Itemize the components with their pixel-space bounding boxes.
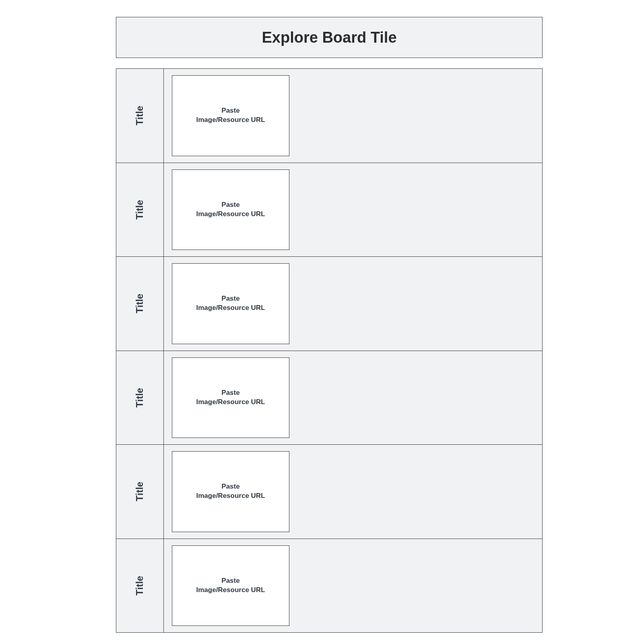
placeholder-text: Paste Image/Resource URL [196,294,265,313]
row-content-cell: Paste Image/Resource URL [164,257,542,351]
row-title-label: Title [134,576,146,595]
board-row: Title Paste Image/Resource URL [116,257,542,351]
row-title-cell[interactable]: Title [116,163,164,257]
row-title-label: Title [134,388,146,407]
header-box: Explore Board Tile [116,17,543,58]
row-title-cell[interactable]: Title [116,257,164,351]
row-content-cell: Paste Image/Resource URL [164,445,542,539]
row-content-cell: Paste Image/Resource URL [164,69,542,163]
row-content-cell: Paste Image/Resource URL [164,163,542,257]
placeholder-text: Paste Image/Resource URL [196,482,265,501]
image-url-placeholder[interactable]: Paste Image/Resource URL [172,545,289,626]
board-row: Title Paste Image/Resource URL [116,445,542,539]
row-title-label: Title [134,294,146,314]
row-content-cell: Paste Image/Resource URL [164,351,542,445]
row-title-cell[interactable]: Title [116,445,164,539]
board-row: Title Paste Image/Resource URL [116,69,542,163]
row-content-cell: Paste Image/Resource URL [164,539,542,633]
placeholder-text: Paste Image/Resource URL [196,106,265,125]
image-url-placeholder[interactable]: Paste Image/Resource URL [172,75,289,156]
board-row: Title Paste Image/Resource URL [116,539,542,633]
placeholder-text: Paste Image/Resource URL [196,576,265,595]
row-title-label: Title [134,482,146,502]
image-url-placeholder[interactable]: Paste Image/Resource URL [172,451,289,532]
placeholder-text: Paste Image/Resource URL [196,200,265,219]
row-title-cell[interactable]: Title [116,539,164,633]
page-title: Explore Board Tile [262,29,396,46]
image-url-placeholder[interactable]: Paste Image/Resource URL [172,169,289,250]
row-title-label: Title [134,106,146,126]
row-title-cell[interactable]: Title [116,351,164,445]
board-row: Title Paste Image/Resource URL [116,351,542,445]
row-title-cell[interactable]: Title [116,69,164,163]
board-row: Title Paste Image/Resource URL [116,163,542,257]
image-url-placeholder[interactable]: Paste Image/Resource URL [172,357,289,438]
placeholder-text: Paste Image/Resource URL [196,388,265,407]
image-url-placeholder[interactable]: Paste Image/Resource URL [172,263,289,344]
board-grid: Title Paste Image/Resource URL Title Pas… [116,68,543,633]
row-title-label: Title [134,200,146,219]
